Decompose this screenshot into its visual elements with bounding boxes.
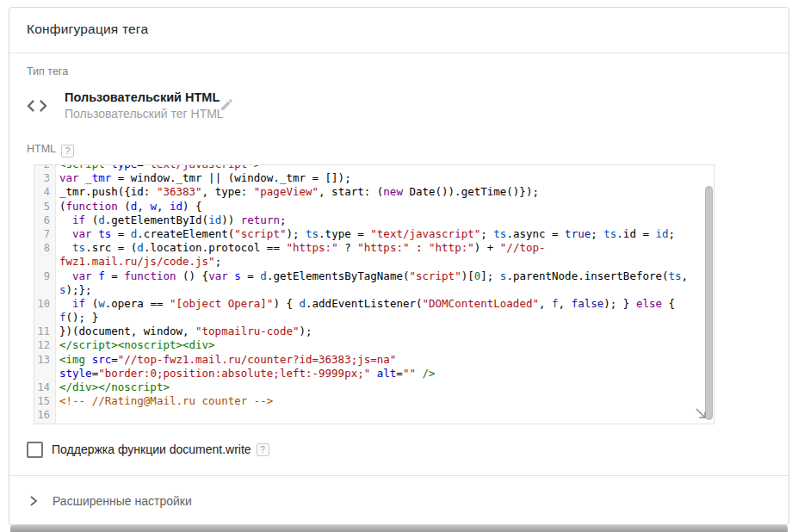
code-line: 15<!-- //Rating@Mail.ru counter --> — [34, 394, 714, 408]
advanced-settings-row[interactable]: Расширенные настройки — [27, 490, 192, 512]
resize-handle-icon[interactable] — [694, 406, 708, 421]
code-line: 3var _tmr = window._tmr || (window._tmr … — [34, 171, 714, 185]
tag-configuration-card: Конфигурация тега Тип тега Пользовательс… — [9, 7, 789, 525]
code-line: 6 if (d.getElementById(id)) return; — [34, 213, 714, 227]
code-line: 11})(document, window, "topmailru-code")… — [34, 325, 714, 338]
header-divider — [9, 53, 789, 53]
tag-type-name: Пользовательский HTML — [65, 90, 220, 104]
code-line: 9 var f = function () {var s = d.getElem… — [34, 269, 714, 283]
html-field-label-text: HTML — [27, 143, 56, 155]
page-title: Конфигурация тега — [27, 22, 148, 37]
code-line: 7 var ts = d.createElement("script"); ts… — [34, 227, 714, 241]
code-line: 12</script><noscript><div> — [34, 338, 714, 352]
html-help-icon[interactable]: ? — [61, 145, 74, 158]
editor-scrollbar-thumb[interactable] — [705, 186, 713, 420]
advanced-divider — [9, 475, 789, 476]
document-write-help-icon[interactable]: ? — [257, 443, 269, 456]
edit-pencil-icon[interactable] — [220, 97, 234, 112]
code-brackets-icon — [25, 94, 49, 118]
chevron-right-icon — [27, 494, 40, 508]
code-line: 13<img src="//top-fwz1.mail.ru/counter?i… — [34, 353, 714, 367]
code-line: 8 ts.src = (d.location.protocol == "http… — [34, 241, 714, 255]
code-line: s);}; — [34, 283, 714, 297]
document-write-label: Поддержка функции document.write — [52, 442, 251, 456]
code-line: 14</div></noscript> — [34, 380, 714, 394]
tag-type-label: Тип тега — [27, 65, 68, 77]
html-field-label: HTML? — [27, 143, 74, 158]
code-line: style="border:0;position:absolute;left:-… — [34, 367, 714, 380]
code-line: 5(function (d, w, id) { — [34, 200, 714, 213]
advanced-settings-label: Расширенные настройки — [53, 494, 192, 508]
tag-type-description: Пользовательский тег HTML — [65, 107, 224, 121]
code-line: 10 if (w.opera == "[object Opera]") { d.… — [34, 297, 714, 311]
tag-type-row[interactable]: Пользовательский HTML Пользовательский т… — [23, 87, 264, 127]
next-panel-edge — [10, 525, 788, 532]
code-rows: 2<script type="text/javascript">3var _tm… — [34, 164, 714, 423]
code-line: 4_tmr.push({id: "36383", type: "pageView… — [34, 185, 714, 199]
code-line: f(); } — [34, 311, 714, 325]
document-write-row: Поддержка функции document.write ? — [27, 441, 269, 458]
document-write-checkbox[interactable] — [27, 442, 43, 458]
code-line: fwz1.mail.ru/js/code.js"; — [34, 255, 714, 269]
code-line: 2<script type="text/javascript"> — [34, 164, 714, 171]
html-code-editor[interactable]: 2<script type="text/javascript">3var _tm… — [34, 164, 714, 424]
code-line: 16 — [34, 408, 714, 422]
